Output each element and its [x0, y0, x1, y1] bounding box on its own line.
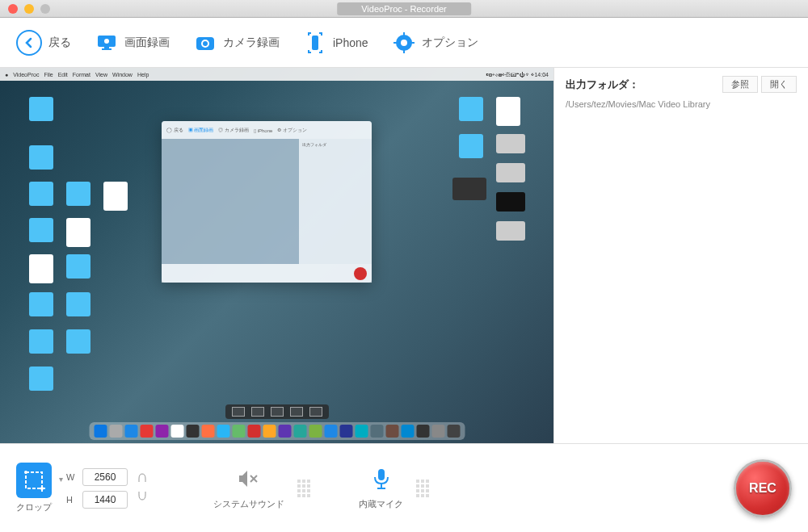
screen-record-button[interactable]: 画面録画	[95, 31, 170, 54]
height-input[interactable]	[82, 491, 128, 509]
svg-point-15	[24, 471, 27, 474]
dock-app-icon	[431, 425, 444, 438]
dock-app-icon	[109, 425, 122, 438]
titlebar: VideoProc - Recorder	[0, 0, 808, 18]
desktop-img-icon	[496, 134, 525, 153]
dock-app-icon	[355, 425, 368, 438]
desktop-img-icon	[496, 163, 525, 182]
nested-preview	[162, 139, 299, 264]
bottombar: ▾ クロップ W H システムサウンド	[0, 443, 808, 532]
dock-app-icon	[278, 425, 291, 438]
browse-button[interactable]: 参照	[722, 76, 758, 93]
desktop-img-icon	[452, 178, 486, 200]
dock-app-icon	[186, 425, 199, 438]
svg-rect-3	[102, 48, 112, 50]
sidebar-header: 出力フォルダ： 参照 開く	[566, 76, 797, 93]
dock-app-icon	[124, 425, 137, 438]
nested-rec-icon	[354, 267, 367, 280]
svg-rect-10	[403, 32, 405, 36]
dock-app-icon	[170, 425, 183, 438]
dock-app-icon	[401, 425, 414, 438]
overlay-btn-icon	[309, 407, 322, 417]
nested-body: 出力フォルダ	[162, 139, 372, 264]
desktop-img-icon	[496, 192, 525, 212]
dock-app-icon	[155, 425, 168, 438]
speaker-muted-icon	[236, 466, 262, 495]
crop-group: ▾ クロップ W H	[16, 463, 149, 513]
desktop-folder-icon	[66, 329, 90, 354]
back-arrow-icon	[16, 30, 42, 56]
dock-app-icon	[293, 425, 306, 438]
dock-app-icon	[247, 425, 260, 438]
desktop-doc-icon	[496, 97, 520, 126]
preview-desktop-wallpaper: ●VideoProcFileEditFormatViewWindowHelp ◧…	[0, 68, 553, 443]
overlay-btn-icon	[290, 407, 303, 417]
system-sound-button[interactable]: システムサウンド	[213, 466, 284, 510]
svg-point-6	[203, 41, 208, 46]
nested-bottombar	[162, 264, 372, 283]
svg-rect-2	[104, 47, 109, 48]
dock-app-icon	[201, 425, 214, 438]
svg-rect-11	[403, 50, 405, 53]
link-aspect-icon[interactable]	[137, 471, 147, 505]
system-sound-label: システムサウンド	[213, 498, 284, 510]
dimensions-group: W H	[66, 468, 128, 509]
back-label: 戻る	[48, 36, 71, 50]
iphone-button[interactable]: iPhone	[304, 31, 368, 54]
gear-icon	[393, 31, 415, 54]
dock-app-icon	[447, 425, 460, 438]
record-button[interactable]: REC	[734, 459, 792, 517]
crop-icon: ▾	[16, 463, 52, 498]
sidebar: 出力フォルダ： 参照 開く /Users/tez/Movies/Mac Vide…	[553, 68, 808, 443]
desktop-doc-icon	[66, 218, 90, 247]
svg-rect-13	[411, 42, 415, 44]
iphone-label: iPhone	[333, 36, 368, 49]
desktop-folder-icon	[29, 367, 53, 391]
desktop-folder-icon	[29, 145, 53, 170]
traffic-lights	[0, 4, 50, 14]
overlay-btn-icon	[271, 407, 284, 417]
dock-app-icon	[309, 425, 322, 438]
nested-sidebar: 出力フォルダ	[299, 139, 372, 264]
dock-app-icon	[339, 425, 352, 438]
options-button[interactable]: オプション	[393, 31, 478, 54]
close-window-icon[interactable]	[8, 4, 18, 14]
dock-app-icon	[370, 425, 383, 438]
back-button[interactable]: 戻る	[16, 30, 71, 56]
svg-point-9	[401, 40, 407, 46]
iphone-icon	[304, 31, 326, 54]
overlay-btn-icon	[232, 407, 245, 417]
dock-app-icon	[217, 425, 229, 438]
minimize-window-icon[interactable]	[24, 4, 34, 14]
desktop-folder-icon	[29, 97, 53, 121]
microphone-level-meter	[416, 480, 429, 497]
microphone-button[interactable]: 内蔵マイク	[359, 466, 403, 510]
nested-recorder-window: ◯ 戻る▣ 画面録画◎ カメラ録画▯ iPhone⚙ オプション 出力フォルダ	[162, 121, 372, 283]
open-button[interactable]: 開く	[761, 76, 797, 93]
nested-toolbar: ◯ 戻る▣ 画面録画◎ カメラ録画▯ iPhone⚙ オプション	[162, 121, 372, 139]
svg-rect-12	[393, 42, 397, 44]
screen-record-label: 画面録画	[124, 36, 170, 50]
desktop-folder-icon	[29, 329, 53, 354]
preview-pane[interactable]: ●VideoProcFileEditFormatViewWindowHelp ◧…	[0, 68, 553, 443]
record-label: REC	[749, 481, 776, 496]
desktop-doc-icon	[103, 182, 128, 211]
maximize-window-icon[interactable]	[40, 4, 50, 14]
dock-app-icon	[324, 425, 337, 438]
svg-rect-14	[26, 472, 42, 488]
desktop-folder-icon	[29, 182, 53, 206]
desktop-folder-icon	[66, 292, 90, 316]
dock-app-icon	[140, 425, 153, 438]
width-input[interactable]	[82, 468, 128, 486]
desktop-doc-icon	[29, 254, 53, 283]
crop-label: クロップ	[16, 501, 52, 513]
desktop-folder-icon	[66, 254, 90, 279]
desktop-folder-icon	[29, 292, 53, 316]
camera-record-button[interactable]: カメラ録画	[194, 31, 280, 54]
crop-button[interactable]: ▾ クロップ	[16, 463, 52, 513]
toolbar: 戻る 画面録画 カメラ録画 iPhone オプション	[0, 18, 808, 68]
desktop-folder-icon	[66, 182, 90, 206]
height-label: H	[66, 495, 78, 505]
dock-app-icon	[94, 425, 107, 438]
dock-app-icon	[385, 425, 398, 438]
